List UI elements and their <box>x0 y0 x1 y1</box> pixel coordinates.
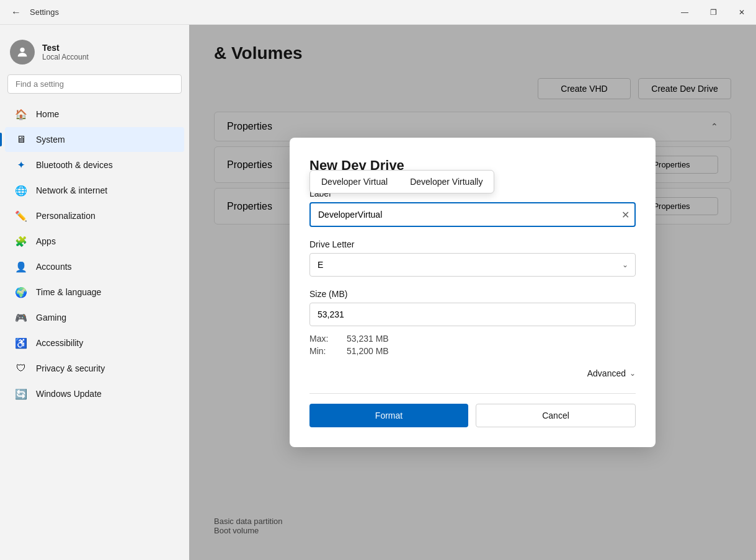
system-icon: 🖥 <box>15 133 27 146</box>
new-dev-drive-dialog: New Dev Drive Label Developer Virtual De… <box>290 138 656 447</box>
sidebar-label-personalization: Personalization <box>36 211 96 221</box>
sidebar-label-accounts: Accounts <box>36 262 72 272</box>
maximize-button[interactable]: ❐ <box>699 0 727 25</box>
sidebar-label-home: Home <box>36 109 59 119</box>
min-label: Min: <box>309 346 347 356</box>
apps-icon: 🧩 <box>15 235 27 247</box>
sidebar-item-time[interactable]: 🌍 Time & language <box>5 280 184 304</box>
user-info: Test Local Account <box>42 43 89 61</box>
sidebar-item-bluetooth[interactable]: ✦ Bluetooth & devices <box>5 153 184 177</box>
sidebar-item-update[interactable]: 🔄 Windows Update <box>5 381 184 406</box>
personalization-icon: ✏️ <box>15 210 27 222</box>
label-input[interactable] <box>309 202 636 227</box>
drive-letter-label: Drive Letter <box>309 239 636 249</box>
advanced-row[interactable]: Advanced ⌄ <box>309 368 636 378</box>
min-value: 51,200 MB <box>347 346 636 356</box>
sidebar-label-bluetooth: Bluetooth & devices <box>36 160 113 170</box>
sidebar-label-update: Windows Update <box>36 389 102 399</box>
autocomplete-item-2[interactable]: Developer Virtually <box>399 171 494 193</box>
drive-letter-select[interactable]: E C D F G <box>309 253 636 277</box>
size-limits: Max: 53,231 MB Min: 51,200 MB <box>309 334 636 356</box>
user-subtitle: Local Account <box>42 53 89 61</box>
max-value: 53,231 MB <box>347 334 636 344</box>
privacy-icon: 🛡 <box>15 362 27 375</box>
user-profile: Test Local Account <box>0 35 189 74</box>
title-bar: ← Settings — ❐ ✕ <box>0 0 756 25</box>
gaming-icon: 🎮 <box>15 311 27 324</box>
dialog-footer: Format Cancel <box>309 393 636 427</box>
format-button[interactable]: Format <box>309 404 468 427</box>
sidebar-item-home[interactable]: 🏠 Home <box>5 102 184 127</box>
app-body: Test Local Account 🏠 Home 🖥 System ✦ Blu… <box>0 25 756 560</box>
sidebar-item-accessibility[interactable]: ♿ Accessibility <box>5 331 184 355</box>
sidebar-label-gaming: Gaming <box>36 313 66 322</box>
search-input[interactable] <box>7 74 182 94</box>
sidebar-label-system: System <box>36 135 65 144</box>
user-name: Test <box>42 43 89 53</box>
home-icon: 🏠 <box>15 108 27 120</box>
close-button[interactable]: ✕ <box>727 0 756 25</box>
window-controls: — ❐ ✕ <box>670 0 756 25</box>
sidebar-item-privacy[interactable]: 🛡 Privacy & security <box>5 356 184 381</box>
sidebar-item-personalization[interactable]: ✏️ Personalization <box>5 203 184 228</box>
advanced-label: Advanced <box>587 368 626 378</box>
max-label: Max: <box>309 334 347 344</box>
update-icon: 🔄 <box>15 388 27 400</box>
app-title: Settings <box>30 7 59 17</box>
sidebar-item-network[interactable]: 🌐 Network & internet <box>5 178 184 203</box>
size-field-label: Size (MB) <box>309 289 636 299</box>
content-area: & Volumes Create VHD Create Dev Drive Pr… <box>189 25 756 560</box>
autocomplete-dropdown: Developer Virtual Developer Virtually <box>309 170 494 193</box>
sidebar-item-accounts[interactable]: 👤 Accounts <box>5 254 184 279</box>
cancel-button[interactable]: Cancel <box>476 404 636 427</box>
dialog-overlay: New Dev Drive Label Developer Virtual De… <box>189 25 756 560</box>
sidebar-label-time: Time & language <box>36 287 101 297</box>
sidebar-item-system[interactable]: 🖥 System <box>5 127 184 152</box>
sidebar-label-apps: Apps <box>36 236 56 246</box>
accessibility-icon: ♿ <box>15 337 27 349</box>
minimize-button[interactable]: — <box>670 0 699 25</box>
autocomplete-item-1[interactable]: Developer Virtual <box>310 171 399 193</box>
back-button[interactable]: ← <box>7 4 25 21</box>
sidebar-item-gaming[interactable]: 🎮 Gaming <box>5 305 184 330</box>
avatar <box>10 40 35 64</box>
network-icon: 🌐 <box>15 184 27 197</box>
sidebar-label-network: Network & internet <box>36 185 107 195</box>
accounts-icon: 👤 <box>15 260 27 273</box>
size-input[interactable] <box>309 303 636 326</box>
bluetooth-icon: ✦ <box>15 159 27 171</box>
sidebar-item-apps[interactable]: 🧩 Apps <box>5 229 184 254</box>
label-input-wrapper: Developer Virtual Developer Virtually ✕ <box>309 202 636 227</box>
advanced-chevron-icon: ⌄ <box>629 369 636 378</box>
label-clear-button[interactable]: ✕ <box>621 209 629 221</box>
drive-letter-wrapper: E C D F G ⌄ <box>309 253 636 277</box>
time-icon: 🌍 <box>15 286 27 298</box>
sidebar-label-accessibility: Accessibility <box>36 338 83 348</box>
sidebar-nav: 🏠 Home 🖥 System ✦ Bluetooth & devices 🌐 … <box>0 101 189 407</box>
svg-point-0 <box>20 48 24 52</box>
sidebar: Test Local Account 🏠 Home 🖥 System ✦ Blu… <box>0 25 189 560</box>
sidebar-label-privacy: Privacy & security <box>36 363 105 373</box>
